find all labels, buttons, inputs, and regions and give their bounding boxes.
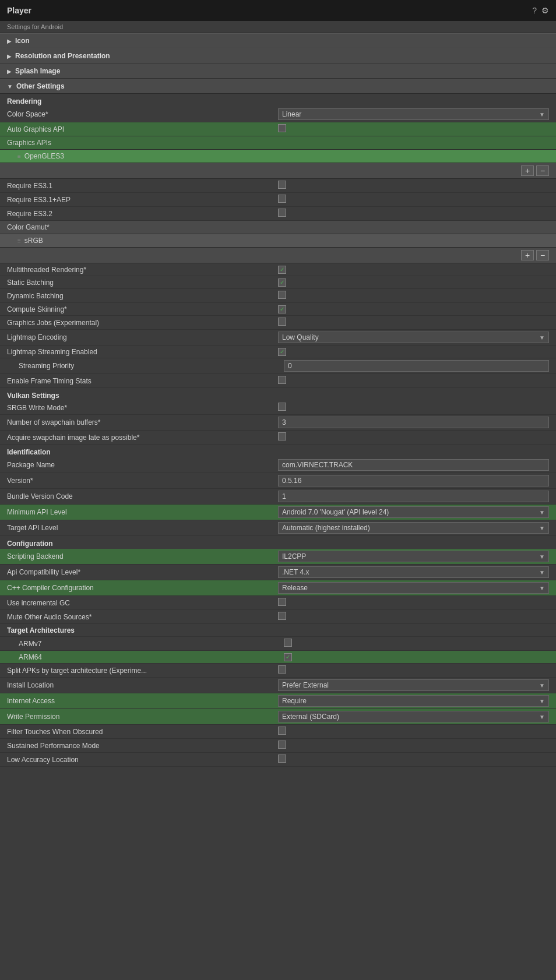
target-architectures-title: Target Architectures [7, 626, 549, 634]
api-compatibility-level-row: Api Compatibility Level* .NET 4.x ▼ [0, 565, 556, 580]
color-space-row: Color Space* Linear ▼ [0, 107, 556, 122]
write-permission-dropdown[interactable]: External (SDCard) ▼ [278, 711, 549, 722]
add-color-gamut-button[interactable]: + [521, 250, 534, 260]
add-graphics-api-button[interactable]: + [521, 165, 534, 176]
section-other-label: Other Settings [16, 82, 65, 90]
sustained-performance-checkbox[interactable] [278, 741, 549, 750]
mute-audio-check[interactable] [278, 612, 286, 620]
acquire-swapchain-checkbox[interactable] [278, 432, 549, 442]
compute-skinning-check[interactable] [278, 305, 286, 313]
static-batching-checkbox[interactable] [278, 278, 549, 287]
target-api-level-dropdown[interactable]: Automatic (highest installed) ▼ [278, 522, 549, 534]
armv7-check[interactable] [284, 639, 292, 647]
arm64-check[interactable] [284, 653, 292, 661]
section-icon[interactable]: ▶ Icon [0, 33, 556, 48]
armv7-label: ARMv7 [7, 640, 284, 648]
frame-timing-stats-row: Enable Frame Timing Stats [0, 374, 556, 388]
auto-graphics-api-checkbox[interactable] [278, 124, 549, 134]
require-es32-check[interactable] [278, 209, 286, 217]
frame-timing-stats-check[interactable] [278, 376, 286, 384]
title-bar: Player ? ⚙ [0, 0, 556, 21]
require-es31-checkbox[interactable] [278, 181, 549, 191]
multithreaded-rendering-label: Multithreaded Rendering* [7, 266, 278, 274]
filter-touches-checkbox[interactable] [278, 727, 549, 736]
section-other[interactable]: ▼ Other Settings [0, 79, 556, 94]
auto-graphics-api-label: Auto Graphics API [7, 125, 278, 133]
scripting-backend-dropdown[interactable]: IL2CPP ▼ [278, 551, 549, 562]
mute-audio-label: Mute Other Audio Sources* [7, 613, 278, 621]
require-es31-check[interactable] [278, 181, 286, 189]
graphics-jobs-checkbox[interactable] [278, 318, 549, 327]
arm64-checkbox[interactable] [284, 653, 549, 661]
srgb-write-mode-check[interactable] [278, 403, 286, 411]
dropdown-arrow-icon: ▼ [539, 585, 545, 591]
lightmap-streaming-check[interactable] [278, 348, 286, 356]
low-accuracy-location-check[interactable] [278, 755, 286, 763]
require-es31aep-checkbox[interactable] [278, 195, 549, 205]
minimum-api-level-dropdown[interactable]: Android 7.0 'Nougat' (API level 24) ▼ [278, 506, 549, 518]
dynamic-batching-check[interactable] [278, 291, 286, 299]
dynamic-batching-checkbox[interactable] [278, 291, 549, 301]
require-es32-checkbox[interactable] [278, 209, 549, 218]
sustained-performance-row: Sustained Performance Mode [0, 739, 556, 753]
install-location-dropdown[interactable]: Prefer External ▼ [278, 679, 549, 691]
remove-color-gamut-button[interactable]: − [536, 250, 549, 260]
color-gamut-item: ≡ sRGB [0, 234, 556, 248]
multithreaded-rendering-checkbox[interactable] [278, 265, 549, 274]
auto-graphics-api-check[interactable] [278, 124, 286, 132]
install-location-label: Install Location [7, 681, 278, 689]
bundle-version-code-row: Bundle Version Code 1 [0, 489, 556, 505]
srgb-write-mode-label: SRGB Write Mode* [7, 404, 278, 412]
bundle-version-code-input[interactable]: 1 [278, 491, 549, 502]
dropdown-arrow-icon: ▼ [539, 714, 545, 720]
api-compatibility-level-dropdown[interactable]: .NET 4.x ▼ [278, 566, 549, 578]
version-input[interactable]: 0.5.16 [278, 475, 549, 487]
package-name-input[interactable]: com.VIRNECT.TRACK [278, 459, 549, 471]
require-es31aep-label: Require ES3.1+AEP [7, 196, 278, 204]
lightmap-encoding-label: Lightmap Encoding [7, 333, 278, 341]
swapchain-buffers-input[interactable]: 3 [278, 417, 549, 428]
sustained-performance-check[interactable] [278, 741, 286, 749]
settings-icon[interactable]: ⚙ [541, 6, 549, 15]
graphics-jobs-check[interactable] [278, 318, 286, 326]
lightmap-streaming-checkbox[interactable] [278, 347, 549, 356]
internet-access-dropdown[interactable]: Require ▼ [278, 695, 549, 707]
low-accuracy-location-checkbox[interactable] [278, 755, 549, 764]
compute-skinning-checkbox[interactable] [278, 305, 549, 313]
write-permission-row: Write Permission External (SDCard) ▼ [0, 709, 556, 725]
write-permission-label: Write Permission [7, 713, 278, 721]
filter-touches-check[interactable] [278, 727, 286, 735]
remove-graphics-api-button[interactable]: − [536, 165, 549, 176]
require-es31-row: Require ES3.1 [0, 179, 556, 193]
identification-title: Identification [0, 445, 556, 457]
drag-handle-icon: ≡ [17, 153, 21, 160]
multithreaded-rendering-check[interactable] [278, 266, 286, 274]
require-es31aep-check[interactable] [278, 195, 286, 203]
color-space-dropdown[interactable]: Linear ▼ [278, 108, 549, 120]
mute-audio-checkbox[interactable] [278, 612, 549, 622]
lightmap-encoding-dropdown[interactable]: Low Quality ▼ [278, 332, 549, 343]
streaming-priority-input[interactable]: 0 [284, 360, 549, 372]
drag-handle-icon: ≡ [17, 238, 21, 244]
arm64-label: ARM64 [7, 653, 284, 661]
package-name-row: Package Name com.VIRNECT.TRACK [0, 457, 556, 473]
cpp-compiler-dropdown[interactable]: Release ▼ [278, 582, 549, 594]
arrow-expanded-icon: ▼ [7, 83, 13, 90]
frame-timing-stats-checkbox[interactable] [278, 376, 549, 386]
section-resolution[interactable]: ▶ Resolution and Presentation [0, 48, 556, 64]
split-apks-checkbox[interactable] [278, 665, 549, 675]
incremental-gc-check[interactable] [278, 598, 286, 606]
scripting-backend-row: Scripting Backend IL2CPP ▼ [0, 549, 556, 565]
section-splash[interactable]: ▶ Splash Image [0, 64, 556, 79]
srgb-write-mode-row: SRGB Write Mode* [0, 401, 556, 415]
incremental-gc-checkbox[interactable] [278, 598, 549, 608]
acquire-swapchain-check[interactable] [278, 432, 286, 440]
dropdown-arrow-icon: ▼ [539, 509, 545, 516]
split-apks-check[interactable] [278, 665, 286, 674]
section-splash-label: Splash Image [15, 67, 60, 75]
armv7-checkbox[interactable] [284, 639, 549, 648]
static-batching-check[interactable] [278, 279, 286, 287]
srgb-write-mode-checkbox[interactable] [278, 403, 549, 413]
rendering-title: Rendering [0, 94, 556, 107]
help-icon[interactable]: ? [532, 6, 537, 15]
